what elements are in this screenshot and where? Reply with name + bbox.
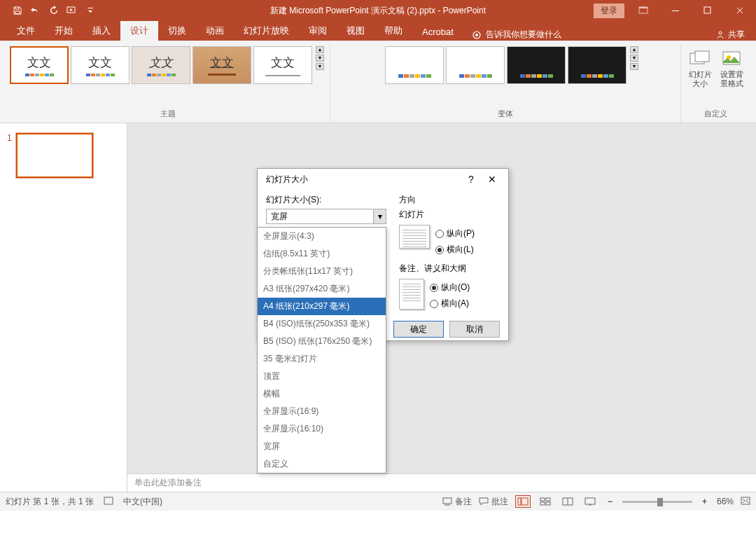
tab-transitions[interactable]: 切换: [158, 21, 196, 41]
theme-thumb[interactable]: 文文: [10, 46, 69, 84]
svg-rect-15: [518, 498, 521, 505]
notes-pane[interactable]: 单击此处添加备注: [127, 473, 756, 492]
variant-thumb[interactable]: [507, 46, 566, 84]
dropdown-item[interactable]: 35 毫米幻灯片: [258, 350, 386, 368]
dropdown-item[interactable]: A3 纸张(297x420 毫米): [258, 280, 386, 298]
reading-view-button[interactable]: [560, 495, 575, 508]
tab-design[interactable]: 设计: [120, 21, 158, 41]
dropdown-item[interactable]: 分类帐纸张(11x17 英寸): [258, 263, 386, 280]
zoom-level[interactable]: 66%: [717, 497, 734, 506]
maximize-button[interactable]: [692, 0, 724, 21]
normal-view-button[interactable]: [515, 495, 531, 508]
combo-dropdown-button[interactable]: ▾: [373, 209, 386, 223]
theme-thumb[interactable]: 文文: [71, 46, 130, 84]
dropdown-item[interactable]: 顶置: [258, 368, 386, 385]
svg-rect-18: [546, 498, 550, 501]
variant-thumb[interactable]: [446, 46, 505, 84]
svg-rect-5: [704, 7, 710, 13]
dialog-titlebar: 幻灯片大小 ? ✕: [258, 169, 508, 190]
undo-button[interactable]: [27, 1, 45, 20]
size-combobox[interactable]: 宽屏 ▾: [266, 209, 386, 224]
slide-size-button[interactable]: 幻灯片大小: [685, 46, 715, 88]
slideshow-view-button[interactable]: [582, 495, 598, 508]
dropdown-item[interactable]: A4 纸张(210x297 毫米): [258, 298, 386, 315]
variant-thumb[interactable]: [568, 46, 626, 84]
qat-customize-button[interactable]: [81, 1, 99, 20]
page-icon: [399, 279, 424, 310]
scroll-down-button[interactable]: ▾: [316, 55, 324, 62]
dropdown-item[interactable]: 自定义: [258, 455, 386, 473]
format-background-button[interactable]: 设置背景格式: [717, 46, 746, 88]
slide-thumbnail[interactable]: [16, 133, 93, 178]
login-button[interactable]: 登录: [594, 4, 624, 18]
more-button[interactable]: ▾: [316, 63, 324, 70]
orientation-label: 方向: [399, 194, 500, 206]
tab-review[interactable]: 审阅: [299, 21, 337, 41]
dropdown-item[interactable]: 全屏显示(16:9): [258, 403, 386, 420]
redo-button[interactable]: [45, 1, 63, 20]
svg-rect-4: [672, 11, 679, 11]
dropdown-item[interactable]: 信纸(8.5x11 英寸): [258, 245, 386, 263]
scroll-up-button[interactable]: ▴: [316, 46, 324, 53]
tab-file[interactable]: 文件: [7, 21, 45, 41]
dialog-close-button[interactable]: ✕: [482, 171, 503, 188]
radio-landscape[interactable]: 横向(L): [435, 244, 475, 256]
dropdown-item[interactable]: 全屏显示(16:10): [258, 420, 386, 438]
radio-portrait-notes[interactable]: 纵向(O): [430, 282, 470, 293]
svg-rect-3: [639, 7, 648, 8]
tab-help[interactable]: 帮助: [374, 21, 412, 41]
themes-label: 主题: [160, 106, 176, 123]
share-button[interactable]: 共享: [715, 29, 745, 41]
theme-thumb[interactable]: 文文: [192, 46, 251, 84]
size-label: 幻灯片大小(S):: [266, 194, 391, 206]
quick-access-toolbar: [0, 1, 99, 20]
close-button[interactable]: [724, 0, 756, 21]
slide-panel: 1: [0, 123, 127, 492]
size-dropdown: 全屏显示(4:3) 信纸(8.5x11 英寸) 分类帐纸张(11x17 英寸) …: [257, 227, 386, 473]
variant-thumb[interactable]: [385, 46, 444, 84]
zoom-out-button[interactable]: −: [605, 497, 615, 506]
more-button[interactable]: ▾: [630, 63, 638, 70]
scroll-down-button[interactable]: ▾: [630, 55, 638, 62]
ok-button[interactable]: 确定: [393, 321, 444, 338]
svg-rect-13: [104, 497, 113, 504]
dropdown-item[interactable]: 横幅: [258, 385, 386, 403]
tell-me-search[interactable]: 告诉我你想要做什么: [463, 29, 570, 41]
radio-portrait[interactable]: 纵向(P): [435, 228, 475, 240]
dropdown-item[interactable]: B4 (ISO)纸张(250x353 毫米): [258, 315, 386, 333]
cancel-button[interactable]: 取消: [449, 321, 500, 338]
notes-toggle[interactable]: 备注: [442, 496, 472, 508]
tab-home[interactable]: 开始: [45, 21, 83, 41]
tab-view[interactable]: 视图: [337, 21, 374, 41]
language-status[interactable]: 中文(中国): [123, 496, 162, 508]
tab-insert[interactable]: 插入: [83, 21, 120, 41]
comments-toggle[interactable]: 批注: [479, 496, 508, 508]
zoom-in-button[interactable]: +: [699, 497, 710, 506]
notes-orient-label: 备注、讲义和大纲: [399, 263, 500, 275]
dialog-help-button[interactable]: ?: [461, 171, 482, 188]
save-button[interactable]: [8, 1, 27, 20]
page-icon: [399, 225, 430, 249]
sorter-view-button[interactable]: [538, 495, 553, 508]
minimize-button[interactable]: [659, 0, 692, 21]
dropdown-item[interactable]: 全屏显示(4:3): [258, 228, 386, 245]
slide-entry[interactable]: 1: [7, 133, 120, 178]
tab-slideshow[interactable]: 幻灯片放映: [234, 21, 299, 41]
svg-point-8: [719, 32, 722, 34]
tab-acrobat[interactable]: Acrobat: [412, 23, 463, 41]
accessibility-icon[interactable]: [104, 496, 113, 508]
dropdown-item[interactable]: B5 (ISO) 纸张(176x250 毫米): [258, 333, 386, 350]
theme-thumb[interactable]: 文文: [253, 46, 312, 84]
fit-window-button[interactable]: [741, 497, 750, 507]
scroll-up-button[interactable]: ▴: [630, 46, 638, 53]
theme-thumb[interactable]: 文文: [132, 46, 190, 84]
tab-animations[interactable]: 动画: [196, 21, 234, 41]
svg-rect-23: [741, 497, 750, 504]
svg-rect-17: [540, 498, 545, 501]
zoom-slider[interactable]: [622, 501, 692, 503]
dropdown-item[interactable]: 宽屏: [258, 438, 386, 455]
customize-label: 自定义: [704, 106, 727, 123]
ribbon-display-button[interactable]: [627, 0, 659, 21]
radio-landscape-notes[interactable]: 横向(A): [430, 298, 470, 310]
start-from-beginning-button[interactable]: [63, 1, 81, 20]
